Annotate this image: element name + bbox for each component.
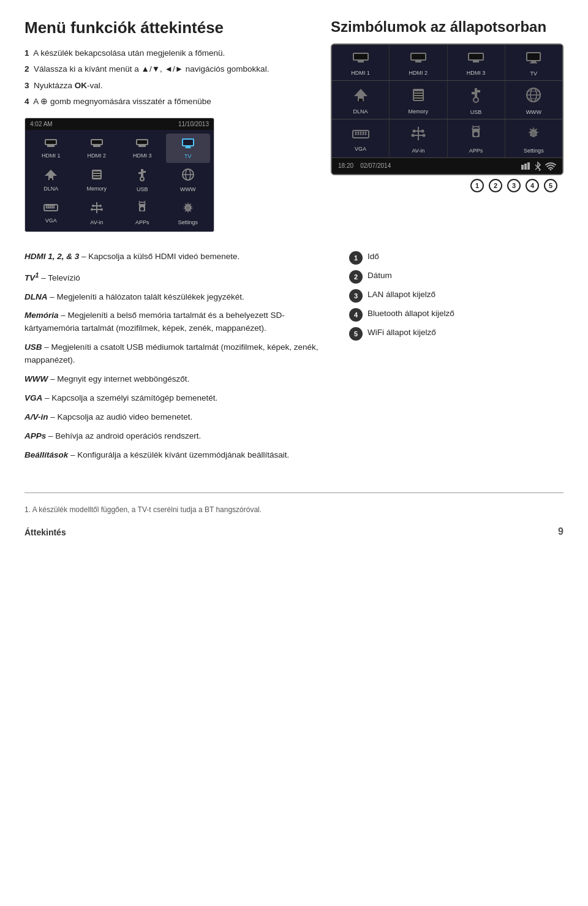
tv-grid-tv-label: TV — [184, 153, 192, 159]
status-www-label: WWW — [526, 109, 541, 115]
desc-www: WWW – Megnyit egy internet webböngészőt. — [24, 373, 331, 386]
tv-grid-hdmi1[interactable]: HDMI 1 — [29, 134, 74, 163]
tv-grid-dlna[interactable]: DLNA — [29, 164, 74, 196]
svg-rect-74 — [472, 92, 475, 94]
svg-point-28 — [46, 207, 48, 209]
tv-grid-apps[interactable]: APPs — [120, 197, 165, 229]
svg-point-98 — [422, 134, 425, 137]
svg-rect-23 — [143, 171, 146, 173]
bluetooth-status-icon — [534, 161, 541, 171]
tv-grid-usb[interactable]: USB — [120, 164, 165, 196]
www-icon — [181, 168, 195, 184]
page: Menü funkciók áttekintése 1 A készülék b… — [0, 0, 588, 906]
tv-grid-avin[interactable]: AV-in — [75, 197, 119, 229]
tv-grid-tv[interactable]: TV — [166, 134, 211, 163]
svg-rect-5 — [92, 140, 102, 144]
svg-rect-107 — [527, 162, 530, 170]
tv-grid-dlna-label: DLNA — [43, 186, 58, 192]
status-www: WWW — [505, 81, 562, 119]
tv-grid-avin-label: AV-in — [90, 219, 103, 225]
list-item: 3 Nyuktázza OK-val. — [24, 80, 312, 92]
circle-2: 2 — [489, 179, 502, 192]
svg-rect-18 — [93, 174, 100, 175]
svg-rect-19 — [93, 176, 100, 178]
svg-rect-69 — [414, 94, 423, 95]
wifi-status-icon — [545, 162, 556, 170]
svg-point-83 — [357, 133, 359, 135]
svg-rect-8 — [137, 140, 147, 144]
status-settings: Settings — [505, 119, 562, 157]
circle-5: 5 — [544, 179, 557, 192]
status-bar: 18:20 02/07/2014 — [332, 158, 562, 174]
footer-note: 1. A készülék modelltől függően, a TV-t … — [24, 505, 564, 514]
svg-marker-13 — [45, 170, 57, 176]
status-apps: APPs — [448, 119, 505, 157]
apps-icon — [136, 201, 148, 217]
status-grid-row1: HDMI 1 HDMI 2 HDMI 3 — [332, 45, 562, 81]
status-grid-row3: VGA AV-in APPs — [332, 119, 562, 158]
footer-bottom: Áttekintés 9 — [24, 526, 564, 537]
top-section: Menü funkciók áttekintése 1 A készülék b… — [24, 18, 564, 232]
list-item: 4 A ⊕ gomb megnyomására visszatér a főme… — [24, 96, 312, 108]
tv-grid-settings-label: Settings — [178, 219, 198, 225]
status-vga: VGA — [332, 119, 389, 157]
status-bar-icons — [521, 161, 556, 171]
svg-marker-64 — [354, 89, 368, 96]
desc-settings: Beállítások – Konfigurálja a készülék kí… — [24, 449, 331, 462]
status-time: 18:20 — [338, 162, 353, 169]
svg-rect-17 — [93, 172, 100, 173]
svg-rect-72 — [475, 88, 477, 98]
status-settings-icon — [526, 126, 541, 145]
svg-point-91 — [364, 131, 366, 133]
svg-point-82 — [355, 133, 356, 135]
svg-rect-75 — [477, 90, 480, 92]
svg-point-85 — [362, 133, 364, 135]
tv-grid-hdmi2[interactable]: HDMI 2 — [75, 134, 119, 163]
footer-page-number: 9 — [558, 526, 564, 537]
tv-icon — [181, 137, 195, 151]
circle-4: 4 — [526, 179, 539, 192]
tv-topbar: 4:02 AM 11/10/2013 — [25, 118, 214, 130]
svg-point-30 — [50, 207, 51, 209]
svg-rect-105 — [521, 165, 524, 170]
status-date: 02/07/2014 — [360, 162, 391, 169]
dlna-icon — [44, 168, 58, 184]
status-dlna-label: DLNA — [353, 108, 368, 115]
status-vga-icon — [352, 127, 369, 143]
right-column: Szimbólumok az állapotsorban HDMI 1 — [331, 18, 564, 232]
list-item: 2 Válassza ki a kívánt menüt a ▲/▼, ◄/► … — [24, 63, 312, 75]
svg-point-21 — [140, 177, 144, 181]
legend-item-4: 4 Bluetooth állapot kijelző — [349, 308, 564, 322]
svg-point-87 — [355, 131, 356, 133]
svg-rect-15 — [50, 178, 52, 180]
tv-grid-memory[interactable]: Memory — [75, 164, 119, 196]
tv-grid-www[interactable]: WWW — [166, 164, 211, 196]
footer: 1. A készülék modelltől függően, a TV-t … — [24, 493, 564, 537]
svg-rect-66 — [359, 99, 363, 101]
status-memory-label: Memory — [409, 108, 429, 115]
legend-text-5: WiFi állapot kijelző — [368, 327, 436, 339]
tv-grid-settings[interactable]: Settings — [166, 197, 211, 229]
tv-grid-vga[interactable]: VGA — [29, 197, 74, 229]
circle-1: 1 — [470, 179, 484, 192]
svg-rect-20 — [141, 169, 143, 178]
tv-grid-hdmi3[interactable]: HDMI 3 — [120, 134, 165, 163]
svg-point-101 — [474, 132, 478, 136]
legend-item-2: 2 Dátum — [349, 270, 564, 284]
desc-vga: VGA – Kapcsolja a személyi számítógép be… — [24, 392, 331, 405]
desc-right: 1 Idő 2 Dátum 3 LAN állapot kijelző 4 Bl… — [349, 251, 564, 468]
vga-icon — [43, 203, 58, 216]
status-vga-label: VGA — [355, 146, 366, 152]
svg-rect-56 — [415, 61, 421, 62]
legend-circle-4: 4 — [349, 308, 363, 322]
status-memory: Memory — [390, 81, 447, 119]
status-apps-label: APPs — [469, 148, 483, 154]
svg-rect-59 — [473, 61, 479, 62]
svg-point-95 — [412, 129, 415, 132]
status-hdmi2: HDMI 2 — [390, 45, 447, 80]
desc-apps: APPs – Behívja az android operációs rend… — [24, 430, 331, 443]
svg-point-36 — [51, 205, 53, 207]
svg-point-88 — [357, 131, 359, 133]
status-avin: AV-in — [390, 119, 447, 157]
svg-point-90 — [362, 131, 364, 133]
